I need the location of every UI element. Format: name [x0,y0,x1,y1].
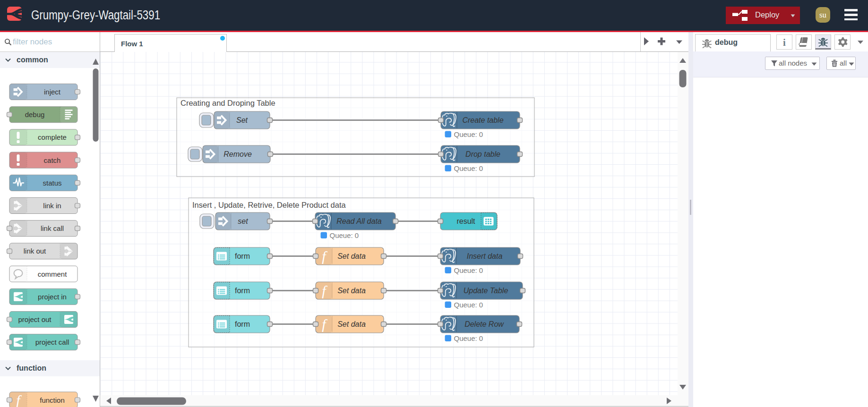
svg-text:Set data: Set data [337,252,366,260]
svg-text:project out: project out [18,315,52,323]
svg-text:Delete Row: Delete Row [464,320,504,328]
svg-text:Queue: 0: Queue: 0 [330,231,359,239]
svg-text:Insert , Update, Retrive, Dele: Insert , Update, Retrive, Delete Product… [192,201,346,209]
svg-text:form: form [235,252,250,260]
svg-text:inject: inject [44,88,61,96]
svg-text:complete: complete [38,133,67,141]
svg-text:Insert data: Insert data [467,252,503,260]
svg-text:project in: project in [38,293,67,301]
svg-text:status: status [43,179,61,187]
svg-text:Queue: 0: Queue: 0 [454,130,483,138]
svg-text:Set data: Set data [337,287,366,295]
svg-text:result: result [456,217,475,225]
svg-text:comment: comment [38,270,68,278]
svg-text:Queue: 0: Queue: 0 [454,301,483,309]
svg-text:set: set [238,217,248,225]
svg-text:Create table: Create table [462,116,503,124]
svg-text:form: form [235,287,250,295]
svg-text:link call: link call [41,224,64,232]
svg-text:link in: link in [43,202,61,210]
svg-text:Queue: 0: Queue: 0 [454,164,483,172]
svg-text:debug: debug [25,110,45,119]
svg-text:form: form [235,320,250,328]
svg-text:i: i [783,37,786,48]
svg-text:Remove: Remove [223,150,252,158]
svg-text:function: function [40,396,65,404]
svg-text:Drop table: Drop table [465,150,500,158]
svg-text:Set data: Set data [337,320,366,328]
svg-text:project call: project call [35,338,69,346]
svg-text:Read All data: Read All data [336,217,382,225]
svg-text:Set: Set [236,116,248,124]
svg-text:Queue: 0: Queue: 0 [454,266,483,274]
svg-text:catch: catch [44,156,61,164]
svg-text:Queue: 0: Queue: 0 [454,334,483,342]
svg-text:link out: link out [24,247,46,255]
svg-text:Creating and Droping Table: Creating and Droping Table [180,99,275,107]
svg-text:Update Table: Update Table [464,287,508,295]
